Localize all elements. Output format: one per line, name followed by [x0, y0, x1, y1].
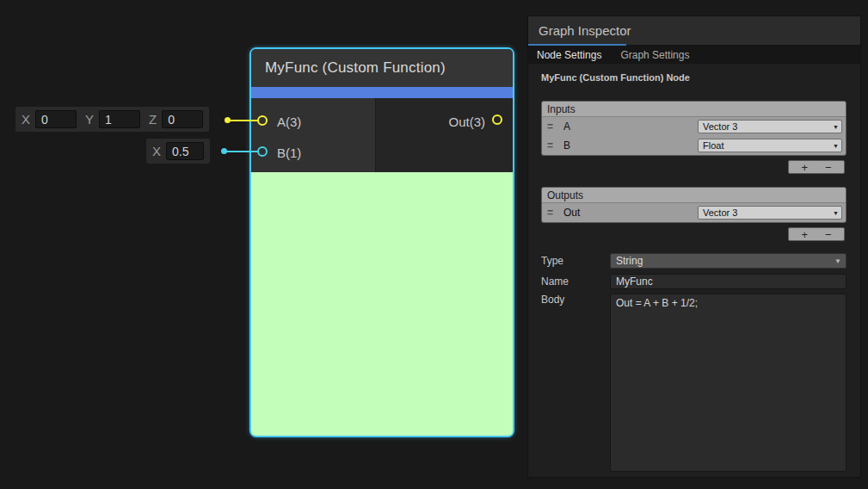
vector3-x-field[interactable]: 0	[35, 110, 77, 128]
inputs-list: Inputs = A Vector 3 ▼ = B Float ▼	[541, 101, 846, 156]
node-title: MyFunc (Custom Function)	[265, 59, 446, 77]
input-type-dropdown[interactable]: Float ▼	[698, 139, 842, 152]
wire-a-input[interactable]	[229, 120, 261, 121]
list-item[interactable]: = B Float ▼	[542, 136, 846, 155]
list-controls: + −	[788, 227, 845, 241]
input-port-row-a: A(3)	[251, 106, 375, 137]
tab-node-settings[interactable]: Node Settings	[537, 49, 601, 61]
input-port-column: A(3) B(1)	[251, 98, 376, 172]
body-field[interactable]: Out = A + B + 1/2;	[610, 294, 846, 472]
float-x-field[interactable]: 0.5	[166, 142, 204, 160]
list-item[interactable]: = Out Vector 3 ▼	[542, 203, 846, 222]
inline-value-dot-a	[225, 117, 231, 123]
node-preview	[251, 172, 513, 436]
outputs-section: Outputs = Out Vector 3 ▼ + −	[541, 187, 846, 241]
input-name: B	[563, 139, 693, 152]
name-label: Name	[541, 275, 610, 288]
active-tab-indicator	[528, 44, 626, 46]
axis-group-x: X 0.5	[152, 142, 204, 160]
type-value: String	[616, 255, 643, 267]
inline-value-dot-b	[221, 148, 227, 154]
output-type-value: Vector 3	[703, 207, 737, 218]
chevron-down-icon: ▼	[834, 257, 841, 265]
outputs-list-footer: + −	[541, 227, 846, 241]
inputs-list-header: Inputs	[542, 102, 846, 117]
vector3-y-field[interactable]: 1	[99, 110, 140, 128]
vector3-z-field[interactable]: 0	[162, 110, 203, 128]
name-field[interactable]: MyFunc	[610, 274, 846, 289]
input-name: A	[563, 121, 693, 133]
inputs-list-footer: + −	[541, 160, 846, 174]
input-port-row-b: B(1)	[251, 137, 375, 168]
port-out-icon[interactable]	[492, 115, 502, 125]
body-label: Body	[541, 294, 610, 306]
drag-handle-icon[interactable]: =	[547, 139, 558, 152]
graph-inspector-panel: Graph Inspector Node Settings Graph Sett…	[527, 15, 861, 478]
type-label: Type	[541, 255, 610, 267]
type-row: Type String ▼	[541, 253, 846, 269]
remove-output-button[interactable]: −	[825, 229, 832, 240]
inspector-tab-strip: Node Settings Graph Settings	[528, 46, 860, 64]
float-inline-widget: X 0.5	[146, 139, 210, 164]
axis-group-z: Z 0	[149, 110, 203, 128]
add-input-button[interactable]: +	[801, 162, 808, 173]
wire-b-input[interactable]	[225, 151, 261, 152]
remove-input-button[interactable]: −	[825, 162, 832, 173]
chevron-down-icon: ▼	[833, 210, 839, 216]
inspector-title: Graph Inspector	[539, 23, 631, 38]
vector3-inline-widget: X 0 Y 1 Z 0	[15, 107, 209, 132]
input-port-label-a: A(3)	[277, 115, 301, 129]
input-port-label-b: B(1)	[277, 145, 301, 160]
type-dropdown[interactable]: String ▼	[610, 253, 846, 269]
port-b-icon[interactable]	[257, 146, 268, 157]
list-controls: + −	[788, 160, 845, 174]
inspector-title-bar[interactable]: Graph Inspector	[528, 16, 860, 46]
output-type-dropdown[interactable]: Vector 3 ▼	[698, 206, 842, 220]
drag-handle-icon[interactable]: =	[547, 207, 558, 219]
add-output-button[interactable]: +	[801, 229, 808, 240]
axis-label-x[interactable]: X	[152, 144, 161, 158]
node-port-area: A(3) B(1) Out(3)	[251, 98, 513, 172]
input-type-value: Vector 3	[703, 121, 737, 132]
output-port-column: Out(3)	[376, 98, 513, 172]
chevron-down-icon: ▼	[833, 143, 839, 149]
outputs-list-header: Outputs	[542, 188, 846, 203]
inspector-content: MyFunc (Custom Function) Node Inputs = A…	[528, 64, 860, 472]
axis-group-y: Y 1	[85, 110, 140, 128]
axis-label-x[interactable]: X	[22, 112, 30, 127]
input-type-value: Float	[703, 140, 723, 151]
inputs-section: Inputs = A Vector 3 ▼ = B Float ▼	[541, 101, 846, 174]
chevron-down-icon: ▼	[833, 124, 839, 130]
drag-handle-icon[interactable]: =	[547, 121, 558, 133]
node-header[interactable]: MyFunc (Custom Function)	[251, 49, 513, 87]
custom-function-node[interactable]: MyFunc (Custom Function) A(3) B(1) Out(3…	[249, 47, 514, 437]
outputs-list: Outputs = Out Vector 3 ▼	[541, 187, 846, 223]
axis-group-x: X 0	[22, 110, 77, 128]
node-settings-heading: MyFunc (Custom Function) Node	[541, 72, 846, 83]
node-accent-bar	[251, 87, 513, 98]
output-name: Out	[563, 207, 693, 219]
axis-label-y[interactable]: Y	[85, 112, 94, 127]
axis-label-z[interactable]: Z	[149, 112, 157, 127]
tab-graph-settings[interactable]: Graph Settings	[620, 49, 689, 61]
list-item[interactable]: = A Vector 3 ▼	[542, 117, 846, 136]
input-type-dropdown[interactable]: Vector 3 ▼	[698, 120, 842, 133]
body-row: Body Out = A + B + 1/2;	[541, 294, 846, 472]
output-port-label-out: Out(3)	[448, 115, 485, 129]
port-a-icon[interactable]	[257, 115, 268, 126]
name-row: Name MyFunc	[541, 274, 846, 289]
